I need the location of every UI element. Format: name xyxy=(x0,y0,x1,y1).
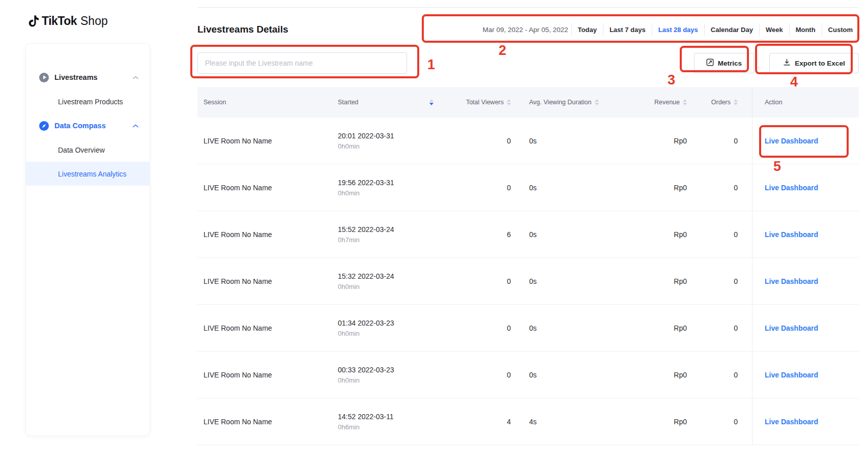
logo-text-shop: Shop xyxy=(80,14,108,28)
app-root: TikTok Shop Livestreams Livestream Produ… xyxy=(0,0,868,467)
sort-icon[interactable] xyxy=(507,99,511,105)
session-cell: LIVE Room No Name xyxy=(197,230,332,239)
metrics-edit-icon xyxy=(706,59,714,68)
revenue-cell: Rp0 xyxy=(607,230,693,239)
sidebar-item-livestreams[interactable]: Livestreams xyxy=(26,65,150,90)
orders-cell: 0 xyxy=(693,277,752,285)
table-row: LIVE Room No Name14:52 2022-03-110h6min4… xyxy=(197,398,859,445)
total-viewers-cell: 6 xyxy=(445,230,517,239)
column-label: Session xyxy=(204,98,226,106)
total-viewers-cell: 0 xyxy=(445,371,517,379)
column-header-avg-viewing-duration[interactable]: Avg. Viewing Duration xyxy=(517,87,607,118)
column-header-revenue[interactable]: Revenue xyxy=(607,87,693,118)
live-dashboard-link[interactable]: Live Dashboard xyxy=(765,418,818,426)
range-buttons: TodayLast 7 daysLast 28 daysCalendar Day… xyxy=(571,23,859,36)
search-input[interactable] xyxy=(197,52,407,74)
toolbar-row: Metrics Export to Excel xyxy=(197,52,859,74)
livestreams-icon xyxy=(39,73,49,82)
avg-viewing-duration-cell: 0s xyxy=(517,137,607,145)
orders-cell: 0 xyxy=(693,324,752,332)
chevron-up-icon[interactable] xyxy=(133,76,138,79)
action-cell: Live Dashboard xyxy=(752,211,859,257)
action-cell: Live Dashboard xyxy=(752,164,859,211)
column-header-total-viewers[interactable]: Total Viewers xyxy=(445,87,517,118)
table-header: SessionStartedTotal ViewersAvg. Viewing … xyxy=(197,87,859,118)
range-option-custom[interactable]: Custom xyxy=(822,23,859,36)
table-body: LIVE Room No Name20:01 2022-03-310h0min0… xyxy=(197,118,859,445)
revenue-cell: Rp0 xyxy=(607,277,693,285)
avg-viewing-duration-cell: 0s xyxy=(517,277,607,285)
table-row: LIVE Room No Name20:01 2022-03-310h0min0… xyxy=(197,118,859,164)
orders-cell: 0 xyxy=(693,137,752,145)
sidebar-item-label: Livestreams xyxy=(54,73,98,81)
table-row: LIVE Room No Name15:52 2022-03-240h7min6… xyxy=(197,211,859,258)
date-range-display[interactable]: Mar 09, 2022 - Apr 05, 2022 xyxy=(482,26,568,34)
started-cell: 19:56 2022-03-310h0min xyxy=(332,179,445,197)
revenue-cell: Rp0 xyxy=(607,184,693,192)
session-cell: LIVE Room No Name xyxy=(197,418,332,426)
sort-icon[interactable] xyxy=(734,99,738,105)
sidebar-item-livestreams-analytics[interactable]: Livestreams Analytics xyxy=(26,162,150,186)
revenue-cell: Rp0 xyxy=(607,418,693,426)
tiktok-logo-icon xyxy=(28,15,40,27)
avg-viewing-duration-cell: 0s xyxy=(517,371,607,379)
avg-viewing-duration-cell: 0s xyxy=(517,184,607,192)
avg-viewing-duration-cell: 0s xyxy=(517,324,607,332)
range-option-today[interactable]: Today xyxy=(571,23,603,36)
action-cell: Live Dashboard xyxy=(752,305,859,351)
export-to-excel-button[interactable]: Export to Excel xyxy=(769,53,859,73)
range-option-calendar-day[interactable]: Calendar Day xyxy=(704,23,759,36)
action-cell: Live Dashboard xyxy=(752,118,859,164)
sidebar-item-data-compass[interactable]: Data Compass xyxy=(26,113,150,138)
data-compass-icon xyxy=(39,121,49,131)
revenue-cell: Rp0 xyxy=(607,324,693,332)
sidebar: TikTok Shop Livestreams Livestream Produ… xyxy=(0,0,197,467)
sort-icon[interactable] xyxy=(595,99,599,105)
live-dashboard-link[interactable]: Live Dashboard xyxy=(765,184,818,192)
column-header-session: Session xyxy=(197,87,332,118)
live-dashboard-link[interactable]: Live Dashboard xyxy=(765,324,818,332)
metrics-button[interactable]: Metrics xyxy=(694,53,754,73)
range-option-week[interactable]: Week xyxy=(759,23,789,36)
range-option-last-28-days[interactable]: Last 28 days xyxy=(652,23,704,36)
started-cell: 00:33 2022-03-230h0min xyxy=(332,366,445,384)
table-row: LIVE Room No Name15:32 2022-03-240h0min0… xyxy=(197,258,859,305)
live-dashboard-link[interactable]: Live Dashboard xyxy=(765,230,818,239)
export-label: Export to Excel xyxy=(795,60,845,67)
logo-text-tiktok: TikTok xyxy=(42,14,77,28)
sort-icon[interactable] xyxy=(429,99,439,105)
header-row: Livestreams Details Mar 09, 2022 - Apr 0… xyxy=(197,21,859,38)
total-viewers-cell: 4 xyxy=(445,418,517,426)
date-filter-bar: Mar 09, 2022 - Apr 05, 2022 TodayLast 7 … xyxy=(482,23,859,36)
sidebar-item-livestream-products[interactable]: Livestream Products xyxy=(26,90,150,113)
range-option-last-7-days[interactable]: Last 7 days xyxy=(603,23,652,36)
sidebar-item-data-overview[interactable]: Data Overview xyxy=(26,138,150,162)
column-header-action: Action xyxy=(752,87,859,118)
column-header-orders[interactable]: Orders xyxy=(693,87,752,118)
total-viewers-cell: 0 xyxy=(445,137,517,145)
column-label: Avg. Viewing Duration xyxy=(529,98,592,106)
column-label: Orders xyxy=(711,98,731,106)
live-dashboard-link[interactable]: Live Dashboard xyxy=(765,137,818,145)
table-row: LIVE Room No Name00:33 2022-03-230h0min0… xyxy=(197,352,859,398)
download-icon xyxy=(783,59,791,68)
session-cell: LIVE Room No Name xyxy=(197,184,332,192)
sort-icon[interactable] xyxy=(683,99,687,105)
tiktok-shop-logo: TikTok Shop xyxy=(28,14,197,28)
chevron-up-icon[interactable] xyxy=(133,124,138,128)
live-dashboard-link[interactable]: Live Dashboard xyxy=(765,277,818,285)
action-cell: Live Dashboard xyxy=(752,352,859,398)
sidebar-item-label: Data Compass xyxy=(54,122,106,130)
avg-viewing-duration-cell: 0s xyxy=(517,230,607,239)
table-row: LIVE Room No Name19:56 2022-03-310h0min0… xyxy=(197,164,859,211)
orders-cell: 0 xyxy=(693,230,752,239)
column-label: Revenue xyxy=(654,98,680,106)
revenue-cell: Rp0 xyxy=(607,371,693,379)
range-option-month[interactable]: Month xyxy=(789,23,822,36)
column-header-started[interactable]: Started xyxy=(332,87,445,118)
column-label: Action xyxy=(765,98,783,106)
started-cell: 14:52 2022-03-110h6min xyxy=(332,413,445,431)
total-viewers-cell: 0 xyxy=(445,277,517,285)
live-dashboard-link[interactable]: Live Dashboard xyxy=(765,371,818,379)
livestreams-table: SessionStartedTotal ViewersAvg. Viewing … xyxy=(197,87,859,445)
